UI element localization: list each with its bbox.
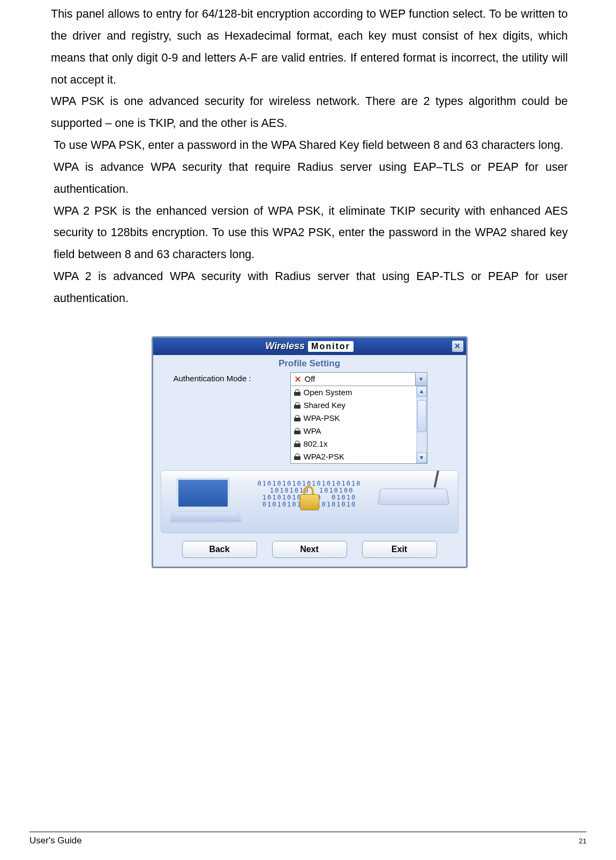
page-footer: User's Guide 21 [29, 832, 587, 846]
paragraph-wpa: WPA is advance WPA security that require… [51, 156, 568, 200]
scroll-down-button[interactable]: ▼ [417, 452, 427, 463]
dropdown-arrow-icon[interactable] [415, 373, 427, 386]
auth-mode-selected: Off [305, 374, 315, 383]
option-wpa-psk[interactable]: WPA-PSK [291, 412, 416, 425]
scroll-track[interactable] [417, 397, 427, 452]
auth-mode-selected-row[interactable]: Off [290, 372, 427, 386]
close-button[interactable]: ✕ [452, 340, 464, 352]
scroll-up-button[interactable]: ▲ [417, 386, 427, 397]
lock-icon [294, 428, 301, 434]
footer-doc-title: User's Guide [29, 835, 82, 846]
laptop-icon [171, 478, 241, 526]
page-content: This panel allows to entry for 64/128-bi… [0, 0, 616, 568]
paragraph-wpa2-psk: WPA 2 PSK is the enhanced version of WPA… [51, 200, 568, 266]
router-icon [379, 480, 448, 523]
option-label: Open System [304, 388, 352, 397]
wizard-buttons: Back Next Exit [159, 541, 461, 558]
padlock-icon [300, 486, 319, 511]
back-button[interactable]: Back [182, 541, 257, 558]
option-label: WPA [304, 426, 321, 435]
footer-rule [29, 832, 587, 832]
lock-icon [294, 441, 301, 447]
lock-icon [294, 415, 301, 421]
scroll-thumb[interactable] [417, 400, 426, 432]
paragraph-wpa-psk: WPA PSK is one advanced security for wir… [51, 90, 568, 134]
dropdown-scrollbar[interactable]: ▲ ▼ [416, 386, 427, 463]
illustration-banner: 010101010101010101010 10101010 1010100 1… [161, 470, 459, 533]
option-wpa[interactable]: WPA [291, 425, 416, 437]
close-icon: ✕ [454, 342, 461, 350]
window: Wireless Monitor ✕ Profile Setting Authe… [152, 336, 468, 568]
option-wpa2-psk[interactable]: WPA2-PSK [291, 450, 416, 463]
app-brand: Wireless [265, 341, 305, 352]
option-label: WPA-PSK [304, 413, 340, 423]
lock-icon [294, 454, 301, 460]
window-body: Profile Setting Authentication Mode : Of… [153, 355, 466, 567]
screenshot-wireless-monitor: Wireless Monitor ✕ Profile Setting Authe… [152, 336, 468, 568]
next-button[interactable]: Next [272, 541, 347, 558]
paragraph-wpa2: WPA 2 is advanced WPA security with Radi… [51, 266, 568, 310]
page-number: 21 [579, 837, 587, 845]
option-shared-key[interactable]: Shared Key [291, 399, 416, 412]
exit-button[interactable]: Exit [362, 541, 437, 558]
lock-icon [294, 402, 301, 409]
app-name: Monitor [308, 341, 354, 352]
option-label: 802.1x [304, 439, 328, 448]
option-8021x[interactable]: 802.1x [291, 437, 416, 450]
paragraph-wpa-psk-usage: To use WPA PSK, enter a password in the … [51, 134, 568, 156]
lock-icon [294, 389, 301, 396]
off-icon [294, 375, 302, 383]
auth-mode-combo[interactable]: Off Open System Shared Key WPA-PSK WPA 8… [290, 372, 427, 464]
window-subtitle: Profile Setting [159, 358, 461, 372]
auth-mode-dropdown: Open System Shared Key WPA-PSK WPA 802.1… [290, 386, 427, 464]
auth-mode-label: Authentication Mode : [174, 372, 286, 383]
auth-mode-row: Authentication Mode : Off Open System Sh… [174, 372, 461, 464]
option-open-system[interactable]: Open System [291, 386, 416, 399]
paragraph-wep: This panel allows to entry for 64/128-bi… [51, 3, 568, 90]
option-label: Shared Key [304, 401, 345, 410]
titlebar: Wireless Monitor ✕ [153, 338, 466, 355]
option-label: WPA2-PSK [304, 452, 344, 461]
